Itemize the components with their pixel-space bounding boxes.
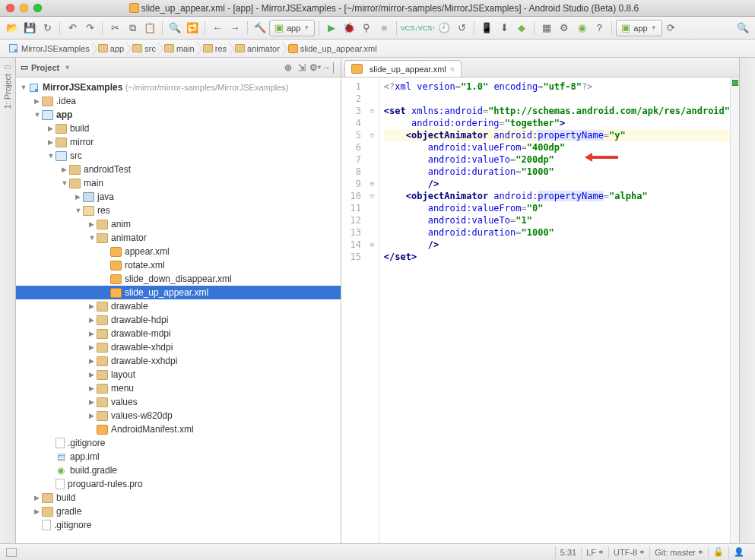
make-icon[interactable]: 🔨	[252, 20, 268, 36]
close-window-button[interactable]	[6, 4, 14, 12]
project-tree[interactable]: ▼MirrorJSExamples (~/mirror/mirror-sampl…	[16, 78, 341, 543]
run-icon[interactable]: ▶	[323, 20, 340, 36]
vcs-commit-icon[interactable]: VCS↑	[418, 20, 435, 36]
tree-folder[interactable]: ▶build	[16, 122, 341, 135]
xml-file-icon	[351, 64, 363, 74]
tree-folder[interactable]: ▶build	[16, 491, 341, 505]
tree-folder[interactable]: ▼src	[16, 149, 341, 163]
tree-module[interactable]: ▼app	[16, 108, 341, 122]
tree-folder[interactable]: ▼res	[16, 204, 341, 217]
overview-ruler[interactable]	[730, 78, 739, 543]
sync-icon[interactable]: ↻	[39, 20, 56, 36]
tree-file[interactable]: proguard-rules.pro	[16, 477, 341, 491]
title-bar: slide_up_appear.xml - [app] - MirrorJSEx…	[0, 0, 755, 17]
breadcrumb[interactable]: slide_up_appear.xml	[282, 40, 379, 58]
tree-folder[interactable]: ▶gradle	[16, 505, 341, 518]
tree-folder[interactable]: ▶drawable-xxhdpi	[16, 354, 341, 368]
fold-gutter[interactable]: ⊖⊖⊕⊖⊕	[366, 78, 379, 543]
attach-icon[interactable]: ⚲	[358, 20, 375, 36]
tree-folder[interactable]: ▶drawable-xhdpi	[16, 340, 341, 354]
tree-folder[interactable]: ▶values	[16, 395, 341, 409]
tree-folder[interactable]: ▼animator	[16, 231, 341, 245]
hide-panel-icon[interactable]: →│	[322, 61, 336, 74]
right-tool-rail	[739, 58, 755, 543]
tree-file[interactable]: .gitignore	[16, 518, 341, 532]
code-editor[interactable]: 123456789101112131415 ⊖⊖⊕⊖⊕ <?xml versio…	[341, 78, 739, 543]
project-tool-label[interactable]: 1: Project	[3, 74, 12, 109]
inspection-ok-icon	[732, 80, 738, 86]
tree-file[interactable]: ◉build.gradle	[16, 464, 341, 477]
git-branch[interactable]: Git: master≑	[649, 546, 708, 558]
redo-icon[interactable]: ↷	[81, 20, 98, 36]
search-everywhere-icon[interactable]: 🔍	[734, 20, 751, 36]
tree-folder[interactable]: ▼main	[16, 176, 341, 190]
breadcrumb[interactable]: MirrorJSExamples	[3, 40, 92, 58]
tree-folder[interactable]: ▶drawable-mdpi	[16, 327, 341, 340]
main-toolbar: 📂 💾 ↻ ↶ ↷ ✂ ⧉ 📋 🔍 🔁 ← → 🔨 ▣app▼ ▶ 🐞 ⚲ ■ …	[0, 17, 755, 40]
tree-file[interactable]: appear.xml	[16, 245, 341, 258]
cursor-position[interactable]: 5:31	[555, 546, 581, 558]
vcs-update-icon[interactable]: VCS↓	[401, 20, 417, 36]
help-icon[interactable]: ?	[591, 20, 607, 36]
copy-icon[interactable]: ⧉	[124, 20, 141, 36]
back-icon[interactable]: ←	[209, 20, 226, 36]
tree-file[interactable]: .gitignore	[16, 436, 341, 450]
tree-folder[interactable]: ▶anim	[16, 217, 341, 231]
save-icon[interactable]: 💾	[21, 20, 38, 36]
tree-folder[interactable]: ▶values-w820dp	[16, 409, 341, 422]
left-tool-rail: ▭ 1: Project	[0, 58, 16, 543]
tree-folder[interactable]: ▶androidTest	[16, 163, 341, 176]
tree-file[interactable]: rotate.xml	[16, 258, 341, 272]
panel-settings-icon[interactable]: ⚙▾	[309, 61, 322, 74]
tree-root[interactable]: ▼MirrorJSExamples (~/mirror/mirror-sampl…	[16, 81, 341, 94]
run-config-select[interactable]: ▣app▼	[269, 20, 315, 36]
hector-icon[interactable]: 👤	[728, 546, 749, 558]
editor-tab[interactable]: slide_up_appear.xml ×	[344, 60, 462, 77]
tree-folder[interactable]: ▶.idea	[16, 94, 341, 108]
tree-file[interactable]: ▤app.iml	[16, 450, 341, 464]
tool-windows-icon[interactable]	[6, 548, 17, 557]
android-icon[interactable]: ◉	[573, 20, 590, 36]
breadcrumb[interactable]: animator	[229, 40, 282, 58]
editor-tab-label: slide_up_appear.xml	[370, 65, 446, 74]
tree-file[interactable]: AndroidManifest.xml	[16, 422, 341, 436]
tree-folder[interactable]: ▶mirror	[16, 135, 341, 149]
breadcrumb[interactable]: main	[158, 40, 197, 58]
tree-folder[interactable]: ▶drawable	[16, 299, 341, 313]
settings-icon[interactable]: ⚙	[556, 20, 573, 36]
tree-folder[interactable]: ▶java	[16, 190, 341, 204]
stop-icon[interactable]: ■	[376, 20, 392, 36]
tree-folder[interactable]: ▶drawable-hdpi	[16, 313, 341, 327]
line-ending-select[interactable]: LF≑	[581, 546, 608, 558]
close-tab-icon[interactable]: ×	[450, 65, 455, 74]
lock-icon[interactable]: 🔓	[708, 546, 728, 558]
undo-icon[interactable]: ↶	[64, 20, 81, 36]
vcs-history-icon[interactable]: 🕘	[436, 20, 452, 36]
gradle-sync-icon[interactable]: ⟳	[663, 20, 680, 36]
debug-icon[interactable]: 🐞	[341, 20, 357, 36]
tree-folder[interactable]: ▶menu	[16, 381, 341, 395]
panel-title: Project	[31, 63, 59, 72]
tree-folder[interactable]: ▶layout	[16, 368, 341, 381]
cut-icon[interactable]: ✂	[106, 20, 123, 36]
paste-icon[interactable]: 📋	[141, 20, 158, 36]
vcs-revert-icon[interactable]: ↺	[453, 20, 470, 36]
window-title: slide_up_appear.xml - [app] - MirrorJSEx…	[19, 3, 749, 14]
module-select[interactable]: ▣app▼	[616, 20, 661, 36]
forward-icon[interactable]: →	[227, 20, 243, 36]
ddms-icon[interactable]: ◆	[513, 20, 530, 36]
code-body[interactable]: <?xml version="1.0" encoding="utf-8"?> <…	[379, 78, 730, 543]
structure-icon[interactable]: ▦	[538, 20, 555, 36]
project-tool-icon[interactable]: ▭	[4, 62, 11, 71]
tree-file-selected[interactable]: slide_up_appear.xml	[16, 286, 341, 299]
tree-file[interactable]: slide_down_disappear.xml	[16, 272, 341, 286]
scroll-to-source-icon[interactable]: ⊕	[281, 61, 295, 74]
open-icon[interactable]: 📂	[4, 20, 21, 36]
nav-breadcrumbs: MirrorJSExamples app src main res animat…	[0, 40, 755, 58]
collapse-all-icon[interactable]: ⇲	[295, 61, 309, 74]
find-icon[interactable]: 🔍	[167, 20, 183, 36]
avd-icon[interactable]: 📱	[478, 20, 495, 36]
encoding-select[interactable]: UTF-8≑	[608, 546, 649, 558]
replace-icon[interactable]: 🔁	[184, 20, 201, 36]
sdk-icon[interactable]: ⬇	[496, 20, 512, 36]
